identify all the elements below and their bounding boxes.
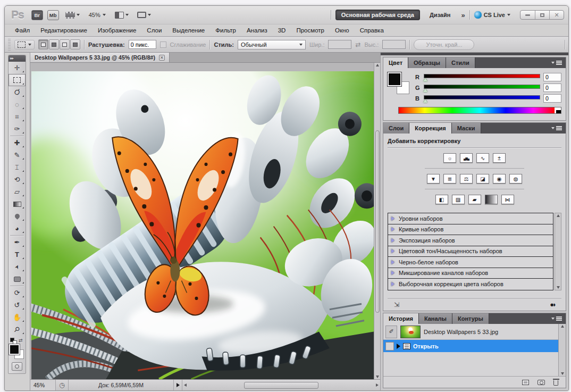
menu-filter[interactable]: Фильтр [211,26,241,35]
blue-slider-thumb[interactable] [423,99,427,103]
feather-input[interactable] [129,40,156,49]
canvas-image[interactable] [31,71,374,379]
expander-icon[interactable] [391,227,394,231]
workspace-overflow-button[interactable]: » [460,11,465,19]
launch-mini-bridge-button[interactable]: Mb [47,10,59,20]
foreground-color-swatch[interactable] [9,344,20,355]
red-value-input[interactable] [543,73,561,81]
hue-saturation-button[interactable]: ≣ [443,174,456,184]
scroll-down-icon[interactable] [376,376,379,378]
color-balance-button[interactable]: ⚖ [460,174,473,184]
tab-color[interactable]: Цвет [383,57,408,68]
green-slider[interactable] [424,84,540,91]
tab-styles[interactable]: Стили [446,57,475,68]
tab-swatches[interactable]: Образцы [408,57,446,68]
antialias-checkbox[interactable] [160,41,166,48]
eraser-tool[interactable]: ▱ [9,186,26,198]
pen-tool[interactable]: ✒ [9,236,26,248]
menu-edit[interactable]: Редактирование [36,26,92,35]
zoom-tool[interactable]: ⚲ [9,323,26,336]
red-slider[interactable] [424,73,540,81]
history-scrollbar[interactable] [559,324,566,376]
clip-to-layer-icon[interactable]: ●◗ [550,301,555,308]
style-select[interactable]: Обычный [238,40,306,49]
launch-bridge-button[interactable]: Br [31,10,43,20]
dodge-tool[interactable]: ◕ [9,222,26,235]
red-slider-track[interactable] [424,74,540,78]
eyedropper-tool[interactable]: ✑ [9,123,26,135]
new-snapshot-icon[interactable] [538,380,545,385]
posterize-button[interactable]: ▨ [452,195,465,204]
black-white-button[interactable]: ◪ [476,174,489,184]
canvas-artwork[interactable] [31,71,374,379]
cs-live-button[interactable]: CS Live [474,11,510,19]
spot-healing-brush-tool[interactable]: ✚ [9,137,26,149]
foreground-color-swatch[interactable] [388,72,401,86]
restore-button[interactable] [535,11,549,19]
move-tool[interactable]: ✛ [9,62,26,74]
path-selection-tool[interactable]: ➤ [9,261,26,273]
history-brush-tool[interactable]: ⟲ [9,173,26,186]
scroll-up-icon[interactable] [557,214,560,217]
horizontal-scroll-thumb[interactable] [244,382,318,389]
preset-exposure[interactable]: Экспозиция наборов [388,235,553,246]
panel-menu-button[interactable] [548,57,566,68]
history-snapshot-row[interactable]: ✐ Desktop Wallpapers 5 33.jpg [383,324,558,340]
zoom-level-dropdown[interactable]: 45% [86,11,108,19]
blue-value-input[interactable] [543,94,561,103]
expander-icon[interactable] [391,216,394,221]
document-tab[interactable]: Desktop Wallpapers 5 33.jpg @ 45% (RGB/8… [30,53,170,62]
toolbar-collapse-button[interactable]: ▸▸ [9,55,26,62]
expander-icon[interactable] [391,271,394,275]
green-slider-thumb[interactable] [423,89,427,92]
preset-scrollbar[interactable] [555,213,561,290]
brush-tool[interactable]: ✎ [9,149,26,161]
expander-icon[interactable] [391,282,394,286]
title-bar[interactable]: Ps Br Mb 45% Основная рабочая среда Диза… [5,6,568,24]
gradient-map-button[interactable] [485,195,498,204]
panel-menu-button[interactable] [548,313,566,324]
exposure-button[interactable]: ± [493,153,506,163]
scroll-up-icon[interactable] [376,64,379,66]
menu-select[interactable]: Выделение [167,26,209,35]
crop-tool[interactable]: ⌗ [9,111,26,123]
scroll-up-icon[interactable] [561,325,564,328]
workspace-button-design[interactable]: Дизайн [424,10,456,20]
preset-channel-mixer[interactable]: Микширование каналов наборов [388,268,553,279]
swap-colors-icon[interactable]: ⇄ [19,338,23,343]
clone-stamp-tool[interactable]: ⌶ [9,161,26,173]
quick-mask-button[interactable] [12,362,22,371]
delete-state-icon[interactable] [553,380,558,386]
brightness-contrast-button[interactable]: ☼ [443,153,456,163]
minimize-button[interactable] [520,11,535,19]
swap-width-height-icon[interactable]: ⇄ [355,41,360,48]
expander-icon[interactable] [391,249,394,253]
levels-button[interactable]: ▄▆▄ [460,153,473,163]
refine-edge-button[interactable]: Уточн. край... [414,39,474,50]
quick-selection-tool[interactable]: ◌ [9,98,26,111]
gradient-tool[interactable] [9,198,26,210]
scroll-down-icon[interactable] [561,372,564,375]
curves-button[interactable]: ∿ [476,153,489,163]
intersect-selection-button[interactable] [70,39,80,49]
red-slider-thumb[interactable] [423,78,427,81]
preset-levels[interactable]: Уровни наборов [388,213,553,224]
photo-filter-button[interactable]: ◉ [493,174,506,184]
width-input[interactable] [328,40,351,49]
blue-slider[interactable] [424,95,540,102]
expander-icon[interactable] [391,260,394,264]
vertical-scrollbar[interactable] [374,63,380,379]
scroll-left-icon[interactable] [184,383,187,387]
dock-header[interactable] [381,53,568,55]
workspace-button-essentials[interactable]: Основная рабочая среда [335,10,420,20]
new-document-from-state-icon[interactable] [522,380,529,385]
invert-button[interactable]: ◧ [435,195,448,204]
tool-preset-dropdown[interactable] [14,40,35,49]
shape-tool[interactable] [9,273,26,285]
history-brush-source-box[interactable]: ✐ [385,326,397,338]
panel-menu-button[interactable] [548,123,566,134]
selective-color-button[interactable]: ⋈ [501,195,514,204]
preset-hue-saturation[interactable]: Цветовой тон/Насыщенность наборов [388,246,553,257]
preset-selective-color[interactable]: Выборочная коррекция цвета наборов [388,279,553,290]
new-selection-button[interactable] [38,39,48,49]
